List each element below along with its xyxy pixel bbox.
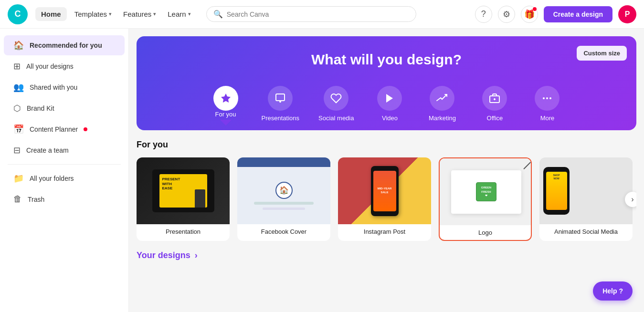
card-logo[interactable]: GREENFRESH❤ Logo	[439, 157, 532, 241]
search-bar: 🔍	[206, 6, 416, 22]
more-label: More	[540, 114, 555, 122]
video-icon-circle	[377, 86, 402, 111]
marketing-label: Marketing	[429, 114, 456, 122]
nav-right-actions: ? ⚙ 🎁 Create a design P	[475, 5, 636, 23]
hero-categories: For you Presentations Social med	[148, 81, 625, 130]
your-designs-title[interactable]: Your designs ›	[129, 250, 644, 268]
hero-cat-more[interactable]: More	[521, 81, 573, 130]
for-you-section: For you PRESENTWITHEASE	[129, 130, 644, 250]
learn-chevron-icon: ▾	[188, 11, 191, 17]
templates-nav-item[interactable]: Templates ▾	[69, 7, 117, 21]
selected-arrow	[220, 120, 232, 125]
card-thumb-animated: SHOPNOW	[539, 157, 633, 224]
sidebar-item-brand[interactable]: ⬡ Brand Kit	[4, 98, 125, 118]
social-media-icon-circle	[324, 86, 348, 111]
marketing-icon-circle	[430, 86, 454, 111]
for-you-cards: PRESENTWITHEASE Presentation	[137, 157, 636, 241]
gift-icon-button[interactable]: 🎁	[521, 6, 538, 23]
more-icon-circle	[535, 86, 560, 111]
svg-rect-0	[276, 94, 285, 101]
search-input[interactable]	[227, 10, 409, 18]
card-instagram-post[interactable]: MID-YEARSALE Instagram Post	[338, 157, 431, 241]
grid-icon: ⊞	[13, 61, 21, 72]
team-icon: ⊟	[13, 145, 21, 156]
sidebar-divider	[8, 164, 121, 165]
sidebar-item-all-designs[interactable]: ⊞ All your designs	[4, 56, 125, 76]
home-icon: 🏠	[13, 40, 24, 51]
sidebar-item-folders-label: All your folders	[30, 175, 74, 182]
hero-cat-for-you[interactable]: For you	[200, 81, 252, 130]
card-label-facebook: Facebook Cover	[237, 224, 330, 239]
svg-point-9	[549, 97, 551, 99]
main-content: Custom size What will you design? For yo…	[129, 29, 644, 312]
sidebar-item-recommended[interactable]: 🏠 Recommended for you	[4, 35, 125, 55]
sidebar-item-create-team-label: Create a team	[26, 146, 69, 154]
people-icon: 👥	[13, 82, 24, 93]
card-label-presentation: Presentation	[137, 224, 230, 239]
svg-point-7	[543, 97, 545, 99]
card-label-logo: Logo	[440, 225, 531, 240]
sidebar-item-all-designs-label: All your designs	[26, 62, 74, 70]
office-label: Office	[487, 114, 503, 122]
calendar-icon: 📅	[13, 124, 24, 135]
sidebar-item-brand-label: Brand Kit	[27, 104, 54, 112]
search-icon: 🔍	[213, 10, 223, 19]
help-button[interactable]: Help ?	[593, 281, 633, 301]
sidebar-item-folders[interactable]: 📁 All your folders	[4, 168, 125, 188]
hero-banner: Custom size What will you design? For yo…	[137, 36, 636, 130]
home-nav-item[interactable]: Home	[35, 7, 67, 21]
hero-cat-social-media[interactable]: Social media	[309, 81, 363, 130]
sidebar-item-shared[interactable]: 👥 Shared with you	[4, 77, 125, 97]
card-thumb-logo: GREENFRESH❤	[440, 158, 532, 225]
sidebar-item-content-planner[interactable]: 📅 Content Planner	[4, 119, 125, 139]
card-thumb-presentation: PRESENTWITHEASE	[137, 157, 230, 224]
custom-size-button[interactable]: Custom size	[577, 46, 627, 61]
sidebar-item-shared-label: Shared with you	[30, 83, 77, 91]
card-thumb-instagram: MID-YEARSALE	[338, 157, 431, 224]
card-label-animated: Animated Social Media	[539, 224, 633, 239]
cards-next-button[interactable]: ›	[625, 192, 636, 207]
svg-marker-3	[386, 94, 393, 103]
content-planner-notification-dot	[84, 127, 87, 131]
social-media-label: Social media	[318, 114, 354, 122]
features-chevron-icon: ▾	[153, 11, 156, 17]
create-design-button[interactable]: Create a design	[544, 6, 612, 22]
card-presentation[interactable]: PRESENTWITHEASE Presentation	[137, 157, 230, 241]
trash-icon: 🗑	[13, 194, 22, 204]
office-icon-circle	[482, 86, 507, 111]
video-label: Video	[382, 114, 398, 122]
main-layout: 🏠 Recommended for you ⊞ All your designs…	[0, 29, 644, 312]
templates-chevron-icon: ▾	[109, 11, 112, 17]
sidebar-item-recommended-label: Recommended for you	[30, 42, 102, 49]
card-facebook-cover[interactable]: 🏠 Facebook Cover	[237, 157, 330, 241]
settings-icon-button[interactable]: ⚙	[498, 6, 515, 23]
sidebar-item-trash-label: Trash	[28, 196, 44, 203]
sidebar-item-create-team[interactable]: ⊟ Create a team	[4, 140, 125, 160]
hero-cat-marketing[interactable]: Marketing	[416, 81, 468, 130]
svg-point-8	[546, 97, 548, 99]
folder-icon: 📁	[13, 173, 24, 184]
hero-cat-office[interactable]: Office	[468, 81, 521, 130]
hero-cat-presentations[interactable]: Presentations	[252, 81, 309, 130]
help-icon-button[interactable]: ?	[475, 6, 492, 23]
card-thumb-facebook: 🏠	[237, 157, 330, 224]
brand-icon: ⬡	[13, 103, 21, 114]
card-label-instagram: Instagram Post	[338, 224, 431, 239]
learn-nav-item[interactable]: Learn ▾	[162, 7, 196, 21]
presentations-label: Presentations	[262, 114, 300, 122]
for-you-title: For you	[137, 140, 636, 150]
hero-title: What will you design?	[148, 52, 625, 68]
avatar[interactable]: P	[618, 5, 636, 23]
presentations-icon-circle	[268, 86, 293, 111]
sidebar: 🏠 Recommended for you ⊞ All your designs…	[0, 29, 129, 312]
canva-logo[interactable]: C	[8, 4, 28, 24]
hero-cat-video[interactable]: Video	[363, 81, 416, 130]
your-designs-arrow: ›	[195, 250, 198, 260]
for-you-label: For you	[215, 111, 236, 118]
sidebar-item-content-planner-label: Content Planner	[30, 125, 78, 133]
features-nav-item[interactable]: Features ▾	[117, 7, 162, 21]
card-animated-social[interactable]: SHOPNOW Animated Social Media	[539, 157, 633, 241]
top-navigation: C Home Templates ▾ Features ▾ Learn ▾ 🔍 …	[0, 0, 644, 29]
gift-notification-dot	[533, 7, 537, 11]
sidebar-item-trash[interactable]: 🗑 Trash	[4, 189, 125, 209]
